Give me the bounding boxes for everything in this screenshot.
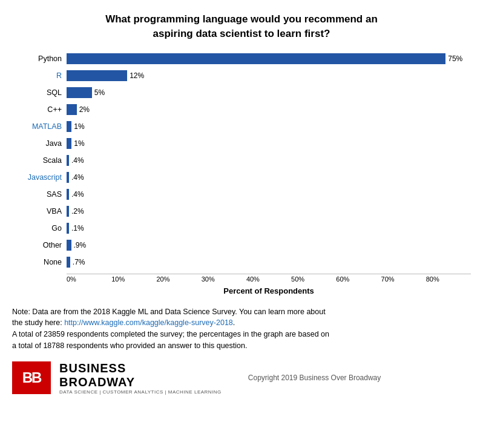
bar-fill bbox=[67, 138, 71, 149]
bar-fill bbox=[67, 70, 127, 81]
bar-row: Python75% bbox=[18, 52, 471, 65]
bar-fill bbox=[67, 223, 69, 234]
bar-label: Go bbox=[18, 224, 67, 232]
bar-label: Javascript bbox=[18, 173, 67, 182]
bar-value-label: .4% bbox=[71, 173, 84, 182]
bar-label: Python bbox=[18, 54, 67, 63]
chart-title: What programming language would you reco… bbox=[12, 12, 471, 41]
bar-container: 2% bbox=[67, 104, 471, 115]
bar-value-label: .7% bbox=[73, 258, 85, 266]
bar-fill bbox=[67, 104, 77, 115]
bar-fill bbox=[67, 257, 70, 268]
bar-value-label: 1% bbox=[74, 139, 84, 148]
bar-row: SQL5% bbox=[18, 86, 471, 99]
bar-row: R12% bbox=[18, 69, 471, 82]
bar-row: SAS.4% bbox=[18, 188, 471, 201]
footer: BB BUSINESS BROADWAY DATA SCIENCE | CUST… bbox=[12, 361, 471, 395]
bar-container: 1% bbox=[67, 121, 471, 132]
bar-row: Javascript.4% bbox=[18, 171, 471, 184]
x-tick-label: 80% bbox=[426, 275, 471, 283]
bar-label: SAS bbox=[18, 190, 67, 199]
logo-text-block: BUSINESS BROADWAY DATA SCIENCE | CUSTOME… bbox=[59, 361, 222, 395]
bar-value-label: .1% bbox=[71, 224, 84, 232]
bar-container: .4% bbox=[67, 172, 471, 183]
x-tick-label: 60% bbox=[336, 275, 381, 283]
bar-row: MATLAB1% bbox=[18, 120, 471, 133]
bar-row: None.7% bbox=[18, 255, 471, 269]
x-tick-label: 20% bbox=[156, 275, 201, 283]
bar-container: 5% bbox=[67, 87, 471, 98]
bar-value-label: .4% bbox=[71, 190, 84, 199]
bar-value-label: 75% bbox=[448, 54, 462, 63]
bar-row: Other.9% bbox=[18, 239, 471, 252]
bar-fill bbox=[67, 87, 92, 98]
bar-value-label: 1% bbox=[74, 122, 84, 131]
bar-label: Other bbox=[18, 241, 67, 249]
bar-container: .4% bbox=[67, 189, 471, 200]
x-tick-label: 30% bbox=[202, 275, 246, 283]
bar-fill bbox=[67, 240, 71, 251]
bar-fill bbox=[67, 121, 71, 132]
bar-row: C++2% bbox=[18, 103, 471, 116]
x-tick-label: 50% bbox=[291, 275, 336, 283]
bar-container: 12% bbox=[67, 70, 471, 81]
bar-label: R bbox=[18, 71, 67, 80]
bar-fill bbox=[67, 155, 69, 166]
bar-row: Java1% bbox=[18, 137, 471, 150]
x-axis-labels: 0%10%20%30%40%50%60%70%80% bbox=[67, 275, 471, 283]
bar-fill bbox=[67, 172, 69, 183]
x-tick-label: 10% bbox=[111, 275, 156, 283]
logo-letters: BB bbox=[22, 369, 41, 386]
bar-value-label: .9% bbox=[74, 241, 87, 249]
bar-row: Go.1% bbox=[18, 222, 471, 235]
bar-row: Scala.4% bbox=[18, 154, 471, 167]
bar-value-label: .4% bbox=[71, 156, 84, 165]
bar-label: Java bbox=[18, 139, 67, 148]
bar-value-label: 5% bbox=[94, 88, 105, 97]
bar-fill bbox=[67, 53, 445, 64]
bar-container: .9% bbox=[67, 240, 471, 251]
x-tick-label: 70% bbox=[381, 275, 426, 283]
x-tick-label: 40% bbox=[246, 275, 291, 283]
x-tick-label: 0% bbox=[67, 275, 111, 283]
bar-value-label: 2% bbox=[79, 105, 90, 114]
bar-label: VBA bbox=[18, 207, 67, 216]
bar-row: VBA.2% bbox=[18, 205, 471, 218]
bar-container: 75% bbox=[67, 53, 471, 64]
brand-line2: BROADWAY bbox=[59, 375, 222, 389]
bar-container: .7% bbox=[67, 257, 471, 268]
chart-area: Python75%R12%SQL5%C++2%MATLAB1%Java1%Sca… bbox=[18, 52, 471, 295]
brand-tagline: DATA SCIENCE | CUSTOMER ANALYTICS | MACH… bbox=[59, 389, 222, 395]
logo-box: BB bbox=[12, 361, 51, 394]
x-axis-title: Percent of Respondents bbox=[67, 286, 471, 295]
bar-fill bbox=[67, 189, 69, 200]
bar-container: .2% bbox=[67, 206, 471, 217]
brand-line1: BUSINESS bbox=[59, 361, 222, 375]
bar-container: .4% bbox=[67, 155, 471, 166]
bar-label: Scala bbox=[18, 156, 67, 165]
note-link[interactable]: http://www.kaggle.com/kaggle/kaggle-surv… bbox=[64, 318, 233, 327]
bar-value-label: 12% bbox=[130, 71, 144, 80]
bar-label: MATLAB bbox=[18, 122, 67, 131]
bar-container: 1% bbox=[67, 138, 471, 149]
note-section: Note: Data are from the 2018 Kaggle ML a… bbox=[12, 306, 460, 352]
bar-container: .1% bbox=[67, 223, 471, 234]
bar-value-label: .2% bbox=[71, 207, 84, 216]
bar-fill bbox=[67, 206, 69, 217]
bar-label: None bbox=[18, 258, 67, 266]
bar-label: SQL bbox=[18, 88, 67, 97]
bar-label: C++ bbox=[18, 105, 67, 114]
copyright: Copyright 2019 Business Over Broadway bbox=[248, 374, 381, 382]
